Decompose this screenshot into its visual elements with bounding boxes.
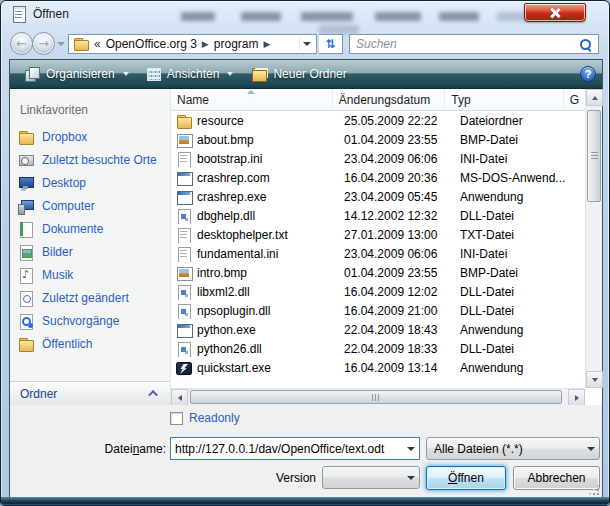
computer-icon (18, 198, 34, 214)
filetype-dropdown-button[interactable] (582, 439, 599, 458)
file-row[interactable]: python26.dll 22.04.2009 18:33 DLL-Datei (171, 339, 585, 358)
breadcrumb[interactable]: « OpenOffice.org 3 ▶ program ▶ (68, 34, 317, 54)
file-row[interactable]: crashrep.com 16.04.2009 20:36 MS-DOS-Anw… (171, 168, 585, 187)
cancel-button[interactable]: Abbrechen (513, 466, 600, 490)
scroll-left-button[interactable] (171, 389, 188, 406)
sidebar-item-label: Dokumente (42, 222, 103, 236)
history-dropdown-icon[interactable] (57, 42, 65, 46)
dll-icon (176, 284, 192, 300)
resize-grip[interactable] (589, 485, 599, 495)
file-modified-date: 16.04.2009 12:02 (338, 285, 454, 299)
file-type: INI-Datei (454, 247, 576, 261)
file-modified-date: 23.04.2009 05:45 (338, 190, 454, 204)
file-type: Anwendung (454, 190, 576, 204)
close-icon (550, 8, 560, 18)
filetype-select[interactable]: Alle Dateien (*.*) (426, 437, 600, 460)
views-icon (147, 68, 161, 81)
search-placeholder: Suchen (356, 37, 579, 51)
file-name: quickstart.exe (197, 361, 271, 375)
views-button[interactable]: Ansichten (138, 64, 243, 84)
dialog-body: Linkfavoriten Dropbox Zuletzt besuchte O… (10, 89, 602, 405)
file-name: npsoplugin.dll (197, 304, 270, 318)
file-name: dbghelp.dll (197, 209, 255, 223)
sidebar-item[interactable]: Bilder (10, 240, 170, 263)
help-button[interactable]: ? (580, 66, 596, 82)
background-blur (181, 12, 215, 21)
sidebar-item[interactable]: Öffentlich (10, 332, 170, 355)
breadcrumb-overflow[interactable]: « (94, 37, 101, 51)
back-button[interactable]: ← (10, 32, 33, 55)
file-row[interactable]: npsoplugin.dll 16.04.2009 21:00 DLL-Date… (171, 301, 585, 320)
column-header[interactable]: Typ (445, 89, 563, 110)
search-icon[interactable] (579, 38, 592, 51)
sidebar-item-label: Computer (42, 199, 95, 213)
breadcrumb-item[interactable]: program (214, 37, 259, 51)
file-row[interactable]: about.bmp 01.04.2009 23:55 BMP-Datei (171, 130, 585, 149)
address-dropdown-button[interactable] (299, 36, 314, 52)
vertical-scroll-thumb[interactable] (587, 110, 601, 202)
open-dialog-window: Öffnen ← → « OpenOffice.org 3 ▶ program … (0, 0, 610, 506)
sidebar-item[interactable]: Computer (10, 194, 170, 217)
horizontal-scroll-thumb[interactable] (190, 390, 562, 404)
sidebar-item[interactable]: Zuletzt besuchte Orte (10, 148, 170, 171)
file-row[interactable]: fundamental.ini 23.04.2009 06:06 INI-Dat… (171, 244, 585, 263)
file-row[interactable]: libxml2.dll 16.04.2009 12:02 DLL-Datei (171, 282, 585, 301)
dialog-footer: Readonly Dateiname: Alle Dateien (*.*) V… (10, 405, 602, 498)
new-folder-icon (251, 67, 267, 81)
sidebar-item[interactable]: Suchvorgänge (10, 309, 170, 332)
file-row[interactable]: quickstart.exe 16.04.2009 13:14 Anwendun… (171, 358, 585, 377)
open-button[interactable]: Öffnen (426, 466, 506, 490)
search-box[interactable]: Suchen (349, 34, 599, 54)
background-blur (439, 12, 479, 21)
column-header[interactable]: Name (171, 89, 333, 110)
window-bottom-edge (1, 497, 609, 505)
file-name: desktophelper.txt (197, 228, 288, 242)
file-row[interactable]: dbghelp.dll 14.12.2002 12:32 DLL-Datei (171, 206, 585, 225)
file-modified-date: 01.04.2009 23:55 (338, 133, 454, 147)
breadcrumb-item[interactable]: OpenOffice.org 3 (106, 37, 197, 51)
file-row[interactable]: intro.bmp 01.04.2009 23:55 BMP-Datei (171, 263, 585, 282)
sidebar-item[interactable]: Musik (10, 263, 170, 286)
documents-icon (18, 221, 34, 237)
scroll-right-button[interactable] (568, 389, 585, 406)
scroll-up-button[interactable] (586, 89, 603, 106)
file-row[interactable]: bootstrap.ini 23.04.2009 06:06 INI-Datei (171, 149, 585, 168)
file-row[interactable]: crashrep.exe 23.04.2009 05:45 Anwendung (171, 187, 585, 206)
column-header[interactable]: Änderungsdatum (333, 89, 446, 110)
file-row[interactable]: desktophelper.txt 27.01.2009 13:00 TXT-D… (171, 225, 585, 244)
refresh-button[interactable]: ⇅ (319, 34, 343, 54)
searches-icon (18, 313, 34, 329)
sidebar-item[interactable]: Desktop (10, 171, 170, 194)
file-name: about.bmp (197, 133, 254, 147)
command-toolbar: Organisieren Ansichten Neuer Ordner ? (10, 60, 602, 89)
file-type: MS-DOS-Anwend... (454, 171, 576, 185)
public-icon (18, 336, 34, 352)
organize-button[interactable]: Organisieren (16, 64, 138, 84)
column-header[interactable]: G (564, 89, 585, 110)
organize-icon (25, 67, 40, 81)
file-row[interactable]: resource 25.05.2009 22:22 Dateiordner (171, 111, 585, 130)
version-label: Version (210, 471, 316, 485)
new-folder-button[interactable]: Neuer Ordner (242, 64, 355, 84)
horizontal-scrollbar[interactable] (171, 388, 585, 405)
file-modified-date: 25.05.2009 22:22 (338, 114, 454, 128)
version-dropdown-button[interactable] (402, 468, 419, 487)
arrow-left-icon (178, 395, 182, 401)
vertical-scrollbar[interactable] (585, 89, 602, 388)
filename-input[interactable] (171, 438, 402, 459)
readonly-checkbox[interactable] (170, 412, 183, 425)
file-type: DLL-Datei (454, 285, 576, 299)
app-icon (176, 322, 192, 338)
folders-expander[interactable]: Ordner (10, 381, 170, 405)
version-select[interactable] (322, 466, 420, 489)
sidebar-item[interactable]: Dropbox (10, 125, 170, 148)
close-button[interactable] (524, 3, 586, 22)
filename-dropdown-button[interactable] (402, 439, 419, 458)
sidebar-item[interactable]: Dokumente (10, 217, 170, 240)
file-row[interactable]: python.exe 22.04.2009 18:43 Anwendung (171, 320, 585, 339)
forward-button[interactable]: → (32, 32, 55, 55)
sidebar-item[interactable]: Zuletzt geändert (10, 286, 170, 309)
file-modified-date: 27.01.2009 13:00 (338, 228, 454, 242)
scroll-down-button[interactable] (586, 371, 603, 388)
arrow-down-icon (592, 378, 598, 382)
